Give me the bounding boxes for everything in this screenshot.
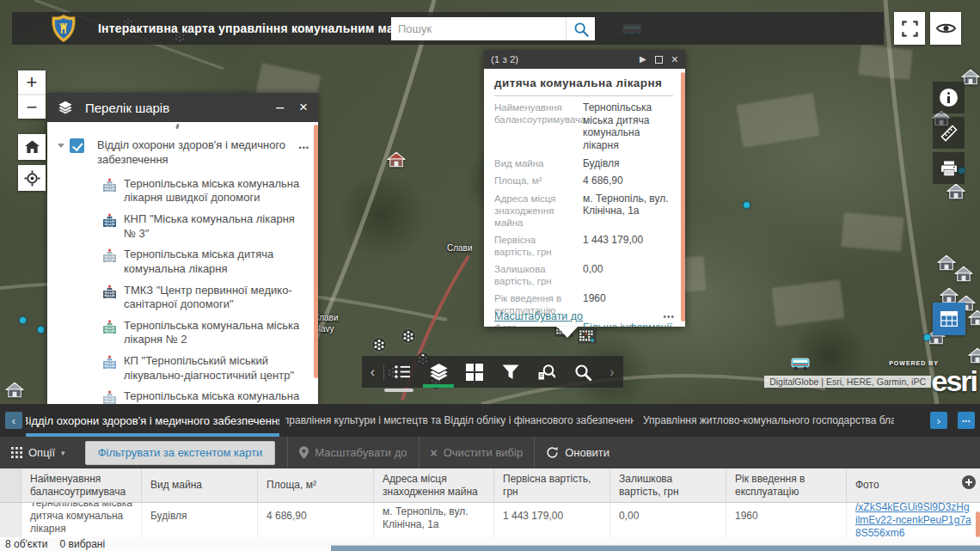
map-feature-house[interactable] (5, 382, 24, 401)
layer-item[interactable]: Тернопільська міська дитяча комунальна л… (47, 244, 318, 279)
zoom-in-button[interactable]: + (18, 70, 46, 95)
refresh-button[interactable]: Оновити (535, 437, 621, 468)
column-header[interactable]: Найменуавння балансоутримувача (21, 468, 142, 502)
toolbar-prev-button[interactable]: ‹ (362, 364, 384, 380)
popup-close-icon[interactable]: × (671, 52, 678, 66)
layers-icon (429, 363, 449, 381)
table-vertical-scrollbar[interactable] (976, 511, 980, 537)
column-header[interactable]: Площа, м² (258, 468, 374, 502)
layer-menu-icon[interactable]: ••• (299, 144, 309, 152)
measure-button[interactable] (933, 117, 965, 149)
panel-resize-handle[interactable] (384, 389, 413, 392)
layer-item[interactable]: КНП "Міська комунальна лікарня № 3" (47, 209, 318, 244)
layer-group-health[interactable]: Відділ охорони здоров'я і медичного забе… (47, 131, 318, 174)
tab-culture-department[interactable]: Управління культури і мистецтв та Відділ… (285, 404, 634, 437)
query-tool-button[interactable] (529, 356, 565, 388)
popup-next-icon[interactable]: ▶ (640, 55, 646, 64)
overview-eye-button[interactable] (930, 12, 961, 45)
hospital-icon (102, 355, 117, 370)
eye-icon (936, 22, 956, 34)
clear-selection-button[interactable]: × Очистити вибір (420, 437, 535, 468)
layer-item[interactable]: Тернопільська міська комунальна стоматол… (47, 386, 318, 404)
map-feature-point[interactable] (923, 334, 931, 341)
layer-checkbox[interactable] (70, 138, 84, 153)
close-panel-button[interactable]: × (299, 99, 308, 116)
row-selector-cell[interactable] (0, 503, 21, 537)
hospital-icon (102, 320, 117, 334)
coat-of-arms-logo (50, 14, 77, 43)
search-button[interactable] (566, 17, 595, 40)
map-feature-house[interactable] (946, 183, 965, 203)
tabs-scroll-right-button[interactable]: › (930, 412, 947, 429)
hospital-icon (102, 213, 117, 228)
attribute-table-button[interactable] (933, 303, 965, 335)
layer-item[interactable]: Тернопільська міська комунальна лікарня … (47, 174, 318, 209)
column-header[interactable]: Вид майна (142, 468, 258, 502)
map-feature-house[interactable] (954, 266, 973, 285)
field-value: Будівля (583, 157, 673, 170)
popup-footer: Масштабувати до ••• (494, 310, 675, 322)
home-extent-button[interactable] (18, 134, 46, 160)
zoom-to-button[interactable]: Масштабувати до (288, 437, 418, 468)
layer-item[interactable]: КП "Тернопільський міський лікувально-ді… (47, 351, 318, 386)
column-header[interactable]: Залишкова вартість, грн (610, 468, 726, 502)
table-tabbar: ‹ Відділ охорони здоров'я і медичного за… (0, 404, 980, 437)
tabs-scroll-left-button[interactable]: ‹ (5, 412, 22, 429)
basemap-gallery-button[interactable] (456, 356, 493, 388)
search-input[interactable] (391, 22, 566, 35)
filter-tool-button[interactable] (493, 356, 529, 388)
map-feature-bus[interactable] (791, 358, 810, 374)
search-tool-button[interactable] (565, 356, 601, 388)
options-menu-button[interactable]: Опції ▾ (0, 437, 77, 468)
expander-icon[interactable] (58, 144, 64, 148)
zoom-to-link[interactable]: Масштабувати до (494, 310, 583, 322)
map-cluster-marker[interactable] (371, 337, 387, 356)
filter-by-extent-button[interactable]: Фільтрувати за екстентом карти (85, 441, 276, 465)
layer-list-tool-button[interactable] (420, 356, 456, 388)
hospital-icon (102, 390, 117, 404)
map-feature-point[interactable] (743, 201, 750, 209)
tabs-more-button[interactable]: ••• (958, 412, 975, 429)
table-row[interactable]: Тернопільська міська дитяча комунальна л… (0, 503, 980, 537)
layer-item[interactable]: ТМКЗ "Центр первинної медико-санітарної … (47, 280, 318, 315)
popup-scrollbar[interactable] (681, 72, 685, 321)
minimize-panel-button[interactable]: – (276, 100, 284, 115)
info-button[interactable] (933, 82, 965, 113)
map-cluster-marker[interactable] (401, 328, 416, 347)
legend-tool-button[interactable] (384, 356, 420, 388)
print-button[interactable] (933, 152, 965, 184)
map-feature-house[interactable] (968, 309, 980, 329)
field-value: 1 443 179,00 (583, 234, 673, 258)
field-label: Залишкова вартість, грн (494, 263, 583, 287)
popup-maximize-icon[interactable] (655, 56, 663, 64)
column-header[interactable]: Рік введення в експлуатацію (726, 468, 847, 502)
column-header[interactable]: Фото (847, 468, 980, 502)
field-label: Первісна вартість, грн (494, 234, 583, 258)
map-grid-building-marker[interactable] (578, 328, 597, 347)
my-location-button[interactable] (18, 165, 46, 191)
map-feature-house-red[interactable] (387, 151, 406, 171)
home-icon (25, 140, 40, 154)
field-label: Вид майна (494, 157, 583, 170)
table-header-row: Найменуавння балансоутримувача Вид майна… (0, 468, 980, 503)
table-horizontal-scrollbar[interactable] (331, 545, 980, 551)
column-header[interactable]: Первісна вартість, грн (494, 468, 610, 502)
tab-housing-department[interactable]: Управління житлово-комунального господар… (643, 404, 894, 437)
zoom-out-button[interactable]: − (18, 95, 46, 119)
fullscreen-button[interactable] (894, 12, 925, 45)
map-feature-point[interactable] (19, 316, 27, 324)
photo-link[interactable]: /xZkS4kEGUi9Sl9D3zHgilmEv22-ncenkPeuP1g7… (855, 503, 971, 537)
popup-menu-icon[interactable]: ••• (663, 312, 675, 321)
panel-scrollbar[interactable] (314, 125, 318, 378)
map-attribution: DigitalGlobe | Esri, HERE, Garmin, iPC (764, 376, 931, 388)
table-cell: 1 443 179,00 (494, 503, 610, 537)
map-feature-house[interactable] (937, 254, 956, 274)
map-feature-point[interactable] (37, 326, 45, 334)
add-column-button[interactable] (962, 475, 976, 489)
popup-header: (1 з 2) ▶ × (484, 50, 685, 69)
toolbar-next-button[interactable]: › (601, 364, 623, 380)
tab-health-department[interactable]: Відділ охорони здоров'я і медичного забе… (26, 404, 279, 437)
column-header[interactable]: Адреса місця знаходження майна (374, 468, 494, 502)
layer-item[interactable]: Тернопільська комунальна міська лікарня … (47, 315, 318, 351)
field-value: 4 686,90 (583, 174, 673, 187)
